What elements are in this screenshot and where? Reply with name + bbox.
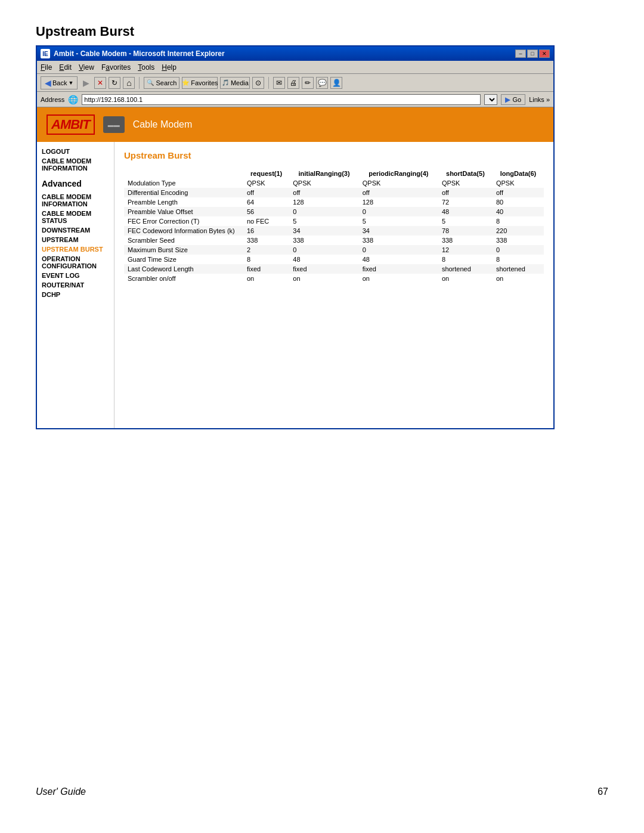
- row-value: 72: [438, 197, 493, 207]
- page-title: Upstream Burst: [36, 24, 608, 39]
- sidebar-item-downstream[interactable]: DOWNSTREAM: [42, 227, 109, 234]
- browser-window: IE Ambit - Cable Modem - Microsoft Inter…: [36, 45, 555, 429]
- sidebar-item-event-log[interactable]: EVENT LOG: [42, 272, 109, 279]
- discuss-button[interactable]: 💬: [316, 77, 328, 89]
- minimize-button[interactable]: –: [515, 49, 526, 58]
- row-value: 0: [289, 207, 358, 216]
- sidebar-item-dchp[interactable]: DCHP: [42, 291, 109, 298]
- row-value: QPSK: [289, 178, 358, 188]
- row-label: Scrambler Seed: [124, 236, 243, 245]
- row-value: on: [493, 274, 544, 283]
- address-dropdown[interactable]: [484, 94, 497, 105]
- history-button[interactable]: ⊙: [252, 77, 264, 89]
- row-label: Preamble Length: [124, 197, 243, 207]
- search-button[interactable]: 🔍Search: [144, 77, 179, 89]
- row-label: Last Codeword Length: [124, 264, 243, 274]
- sidebar-item-operation-configuration[interactable]: OPERATIONCONFIGURATION: [42, 255, 109, 270]
- table-row: Guard Time Size8484888: [124, 255, 544, 264]
- row-value: 338: [438, 236, 493, 245]
- row-value: on: [289, 274, 358, 283]
- col-perr4: periodicRanging(4): [359, 169, 438, 178]
- address-bar: Address 🌐 ▶ Go Links »: [37, 92, 553, 107]
- menu-favorites[interactable]: Favorites: [101, 63, 131, 72]
- col-initr3: initialRanging(3): [289, 169, 358, 178]
- row-value: 5: [438, 216, 493, 226]
- row-value: on: [243, 274, 289, 283]
- forward-button[interactable]: ▶: [80, 77, 92, 89]
- row-value: fixed: [243, 264, 289, 274]
- col-long6: longData(6): [493, 169, 544, 178]
- links-button[interactable]: Links »: [529, 96, 550, 103]
- row-value: 80: [493, 197, 544, 207]
- title-bar: IE Ambit - Cable Modem - Microsoft Inter…: [37, 47, 553, 61]
- row-value: QPSK: [359, 178, 438, 188]
- refresh-button[interactable]: ↻: [109, 77, 120, 89]
- row-value: off: [438, 188, 493, 197]
- row-value: 34: [289, 226, 358, 236]
- row-value: fixed: [289, 264, 358, 274]
- sidebar-item-cable-modem-information[interactable]: CABLE MODEMINFORMATION: [42, 193, 109, 208]
- restore-button[interactable]: □: [527, 49, 538, 58]
- table-row: FEC Error Correction (T)no FEC5558: [124, 216, 544, 226]
- main-content: Upstream Burst request(1) initialRanging…: [114, 142, 553, 428]
- favorites-button[interactable]: ⭐Favorites: [182, 77, 218, 89]
- row-value: 8: [243, 255, 289, 264]
- browser-header: AMBIT ▬▬ Cable Modem: [37, 107, 553, 142]
- row-value: 128: [289, 197, 358, 207]
- sidebar-advanced-title: Advanced: [42, 179, 109, 188]
- row-value: 56: [243, 207, 289, 216]
- messenger-button[interactable]: 👤: [330, 77, 342, 89]
- back-button[interactable]: ◀ Back ▼: [41, 76, 78, 89]
- row-value: 128: [359, 197, 438, 207]
- row-value: 0: [493, 245, 544, 255]
- table-row: FEC Codeword Information Bytes (k)163434…: [124, 226, 544, 236]
- go-button[interactable]: ▶ Go: [501, 94, 525, 105]
- print-button[interactable]: 🖨: [287, 77, 299, 89]
- row-value: off: [289, 188, 358, 197]
- menu-help[interactable]: Help: [162, 63, 177, 72]
- ie-icon: IE: [41, 49, 50, 58]
- table-row: Preamble Value Offset56004840: [124, 207, 544, 216]
- edit-button[interactable]: ✏: [302, 77, 314, 89]
- sidebar-item-upstream-burst[interactable]: UPSTREAM BURST: [42, 246, 109, 253]
- row-value: shortened: [438, 264, 493, 274]
- mail-button[interactable]: ✉: [273, 77, 285, 89]
- sidebar-item-cable-modem-info-top[interactable]: CABLE MODEM INFORMATION: [42, 157, 109, 172]
- home-button[interactable]: ⌂: [123, 77, 135, 89]
- sidebar-item-logout[interactable]: LOGOUT: [42, 148, 109, 155]
- stop-button[interactable]: ✕: [94, 77, 106, 89]
- data-table: request(1) initialRanging(3) periodicRan…: [124, 169, 544, 283]
- row-value: 16: [243, 226, 289, 236]
- row-label: FEC Error Correction (T): [124, 216, 243, 226]
- address-input[interactable]: [82, 94, 481, 105]
- menu-edit[interactable]: Edit: [59, 63, 72, 72]
- row-value: no FEC: [243, 216, 289, 226]
- close-button[interactable]: ✕: [539, 49, 550, 58]
- menu-file[interactable]: File: [41, 63, 52, 72]
- address-icon: 🌐: [68, 95, 78, 104]
- row-value: 48: [359, 255, 438, 264]
- row-value: 0: [359, 245, 438, 255]
- row-value: QPSK: [438, 178, 493, 188]
- menu-view[interactable]: View: [79, 63, 94, 72]
- row-value: 12: [438, 245, 493, 255]
- row-label: Modulation Type: [124, 178, 243, 188]
- row-value: 220: [493, 226, 544, 236]
- toolbar: ◀ Back ▼ ▶ ✕ ↻ ⌂ 🔍Search ⭐Favorites 🎵Med…: [37, 74, 553, 92]
- col-param: [124, 169, 243, 178]
- title-bar-text: IE Ambit - Cable Modem - Microsoft Inter…: [41, 49, 225, 58]
- cable-modem-title: Cable Modem: [133, 119, 193, 130]
- sidebar-item-router-nat[interactable]: Router/NAT: [42, 281, 109, 289]
- browser-content: LOGOUT CABLE MODEM INFORMATION Advanced …: [37, 142, 553, 428]
- menu-tools[interactable]: Tools: [138, 63, 154, 72]
- table-row: Maximum Burst Size200120: [124, 245, 544, 255]
- sidebar-item-cable-modem-status[interactable]: CABLE MODEM STATUS: [42, 210, 109, 224]
- modem-icon: ▬▬: [103, 116, 125, 133]
- ambit-logo: AMBIT: [47, 114, 95, 135]
- row-value: QPSK: [243, 178, 289, 188]
- media-button[interactable]: 🎵Media: [220, 77, 250, 89]
- table-row: Preamble Length641281287280: [124, 197, 544, 207]
- footer-page: 67: [597, 786, 608, 797]
- sidebar-item-upstream[interactable]: UPSTREAM: [42, 236, 109, 243]
- row-value: 64: [243, 197, 289, 207]
